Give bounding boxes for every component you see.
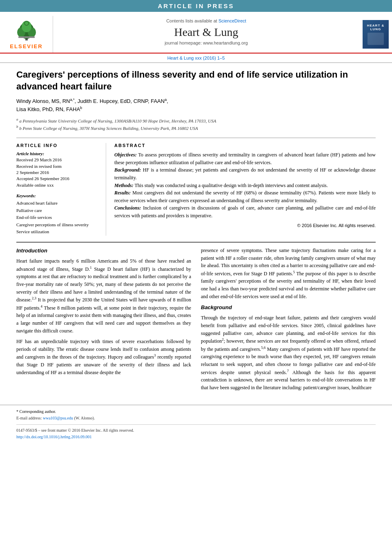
- keyword-5: Service utilization: [16, 228, 100, 236]
- body-columns: Introduction Heart failure impacts nearl…: [16, 247, 376, 395]
- methods-text: This study was conducted using a qualita…: [134, 183, 327, 188]
- corresponding-note: * Corresponding author.: [16, 409, 376, 414]
- issn-line: 0147-9563/$ – see front matter © 2016 El…: [16, 427, 376, 433]
- journal-name: Heart & Lung: [57, 26, 355, 39]
- background-label: Background:: [114, 167, 141, 173]
- email-link[interactable]: wwa103@psu.edu: [43, 416, 73, 420]
- affiliation-b: b b Penn State College of Nursing, 307H …: [16, 124, 376, 132]
- elsevier-logo: ELSEVIER: [0, 16, 53, 53]
- elsevier-brand-text: ELSEVIER: [10, 43, 42, 49]
- journal-logo-right: HEART & LUNG: [359, 16, 392, 53]
- abstract-column: ABSTRACT Objectives: To assess perceptio…: [114, 143, 376, 236]
- methods-label: Methods:: [114, 183, 134, 188]
- email-note: E-mail address: wwa103@psu.edu (W. Alons…: [16, 415, 376, 421]
- revised-text: Received in revised form: [16, 163, 100, 169]
- keyword-3: End-of-life services: [16, 214, 100, 221]
- svg-point-4: [22, 21, 31, 32]
- footer: * Corresponding author. E-mail address: …: [0, 405, 392, 444]
- keyword-4: Caregiver perceptions of illness severit…: [16, 221, 100, 229]
- accepted-text: Accepted 26 September 2016: [16, 176, 100, 182]
- author-lisa: Lisa Kitko, PhD, RN, FAHA: [16, 106, 80, 112]
- doi-link[interactable]: http://dx.doi.org/10.1016/j.hrtlng.2016.…: [16, 435, 92, 439]
- journal-homepage: journal homepage: www.heartandlung.org: [57, 40, 355, 45]
- conclusions-text: Inclusion of caregivers in discussions o…: [114, 205, 376, 219]
- history-label: Article history:: [16, 151, 100, 156]
- journal-center-info: Contents lists available at ScienceDirec…: [53, 16, 359, 53]
- citation-line: Heart & Lung xxx (2016) 1–5: [0, 54, 392, 63]
- article-info-heading: ARTICLE INFO: [16, 143, 100, 148]
- background-heading: Background: [201, 303, 376, 312]
- body-right-column: presence of severe symptoms. These same …: [201, 247, 376, 395]
- article-in-press-banner: ARTICLE IN PRESS: [0, 0, 392, 12]
- intro-paragraph-1: Heart failure impacts nearly 6 million A…: [16, 257, 191, 335]
- abstract-text: Objectives: To assess perceptions of ill…: [114, 151, 376, 219]
- introduction-heading: Introduction: [16, 247, 191, 255]
- copyright-text: © 2016 Elsevier Inc. All rights reserved…: [114, 223, 376, 228]
- body-left-column: Introduction Heart failure impacts nearl…: [16, 247, 191, 395]
- main-content: Caregivers' perceptions of illness sever…: [0, 63, 392, 401]
- article-info-column: ARTICLE INFO Article history: Received 2…: [16, 143, 106, 236]
- revised-date: 2 September 2016: [16, 169, 100, 176]
- author-windy: Windy Alonso, MS, RN: [16, 98, 70, 105]
- affiliations: a a Pennsylvania State University Colleg…: [16, 117, 376, 132]
- journal-logo-box: HEART & LUNG: [363, 20, 389, 49]
- objectives-label: Objectives:: [114, 152, 137, 158]
- info-abstract-columns: ARTICLE INFO Article history: Received 2…: [16, 138, 376, 236]
- keyword-2: Palliative care: [16, 207, 100, 214]
- body-divider: [16, 242, 376, 243]
- affiliation-a: a a Pennsylvania State University Colleg…: [16, 117, 376, 124]
- results-text: Most caregivers did not understand the s…: [114, 190, 376, 203]
- received-text: Received 29 March 2016: [16, 157, 100, 163]
- abstract-heading: ABSTRACT: [114, 143, 376, 148]
- intro-paragraph-2: HF has an unpredictable trajectory with …: [16, 338, 191, 376]
- conclusions-label: Conclusions:: [114, 205, 141, 211]
- keywords-label: Keywords:: [16, 193, 100, 198]
- objectives-text: To assess perceptions of illness severit…: [114, 152, 376, 165]
- journal-header: ELSEVIER Contents lists available at Sci…: [0, 12, 392, 54]
- article-title: Caregivers' perceptions of illness sever…: [16, 69, 376, 92]
- authors-line: Windy Alonso, MS, RNa,*, Judith E. Hupce…: [16, 97, 376, 114]
- keyword-1: Advanced heart failure: [16, 200, 100, 207]
- results-label: Results:: [114, 190, 131, 196]
- background-paragraph: Through the trajectory of end-stage hear…: [201, 314, 376, 391]
- background-text: HF is a terminal disease; yet patients a…: [114, 167, 376, 181]
- sciencedirect-line: Contents lists available at ScienceDirec…: [57, 18, 355, 23]
- svg-rect-5: [18, 36, 35, 38]
- available-text: Available online xxx: [16, 182, 100, 188]
- author-judith: Judith E. Hupcey, EdD, CRNP, FAAN: [78, 98, 165, 105]
- right-paragraph-1: presence of severe symptoms. These same …: [201, 247, 376, 300]
- sciencedirect-link[interactable]: ScienceDirect: [218, 18, 246, 23]
